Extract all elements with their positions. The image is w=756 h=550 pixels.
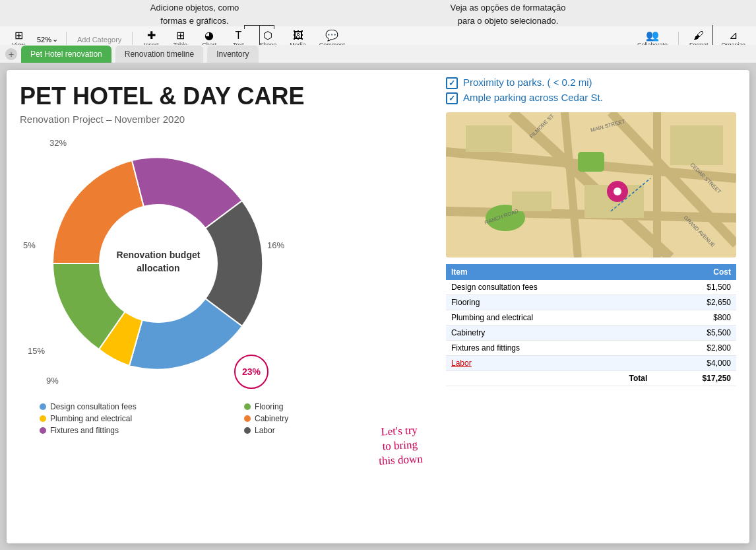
format-icon: 🖌 bbox=[693, 30, 704, 41]
zoom-control[interactable]: 52% ⌄ bbox=[34, 34, 61, 45]
legend-fixtures: Fixtures and fittings bbox=[40, 426, 224, 435]
slide-title: PET HOTEL & DAY CARE bbox=[20, 83, 429, 110]
table-row-labor: Labor $4,000 bbox=[446, 356, 736, 371]
col-cost: Cost bbox=[652, 264, 736, 280]
shape-icon: ⬡ bbox=[263, 30, 272, 41]
svg-rect-14 bbox=[512, 191, 551, 211]
table-row-total: Total $17,250 bbox=[446, 371, 736, 386]
organize-icon: ⊿ bbox=[729, 30, 738, 41]
right-section: ✓ Proximity to parks. ( < 0.2 mi) ✓ Ampl… bbox=[446, 77, 736, 537]
main-content: PET HOTEL & DAY CARE Renovation Project … bbox=[0, 63, 756, 550]
svg-rect-12 bbox=[466, 125, 512, 152]
donut-svg: Renovation budget allocation bbox=[33, 138, 284, 389]
legend-dot-labor bbox=[244, 427, 251, 434]
map-container: FILMORE ST. MAIN STREET CEDAR STREET RAN… bbox=[446, 112, 736, 258]
chart-section: PET HOTEL & DAY CARE Renovation Project … bbox=[20, 83, 429, 530]
donut-chart: 32% 5% 16% 15% 9% 23% bbox=[20, 138, 297, 395]
annotation-bring-down: Let's tryto bringthis down bbox=[377, 423, 424, 469]
annotation-right-text: Veja as opções de formataçãopara o objet… bbox=[422, 1, 594, 27]
add-tab-button[interactable]: + bbox=[5, 48, 17, 60]
svg-point-18 bbox=[614, 188, 621, 195]
svg-text:Renovation budget: Renovation budget bbox=[117, 250, 201, 260]
insert-icon: ✚ bbox=[147, 30, 156, 41]
table-icon: ⊞ bbox=[176, 30, 185, 41]
legend-dot-fixtures bbox=[40, 427, 46, 434]
legend-plumbing: Plumbing and electrical bbox=[40, 414, 224, 423]
legend-dot-plumbing bbox=[40, 415, 46, 422]
comment-icon: 💬 bbox=[325, 30, 338, 41]
text-icon: T bbox=[235, 30, 241, 41]
col-item: Item bbox=[446, 264, 652, 280]
table-row: Fixtures and fittings $2,800 bbox=[446, 341, 736, 356]
map-svg: FILMORE ST. MAIN STREET CEDAR STREET RAN… bbox=[446, 112, 736, 258]
table-row: Plumbing and electrical $800 bbox=[446, 310, 736, 326]
svg-text:allocation: allocation bbox=[137, 263, 179, 273]
add-category-btn[interactable]: Add Category bbox=[72, 36, 127, 44]
check-item-1: ✓ Proximity to parks. ( < 0.2 mi) bbox=[446, 77, 736, 89]
table-row: Cabinetry $5,500 bbox=[446, 326, 736, 341]
chart-icon: ◕ bbox=[205, 30, 214, 41]
table-row: Design consultation fees $1,500 bbox=[446, 280, 736, 295]
svg-rect-15 bbox=[670, 125, 723, 165]
slide-inner: PET HOTEL & DAY CARE Renovation Project … bbox=[7, 70, 749, 543]
budget-table: Item Cost Design consultation fees $1,50… bbox=[446, 264, 736, 386]
chart-legend: Design consultation fees Flooring Plumbi… bbox=[40, 402, 429, 435]
annot-bracket-left bbox=[244, 25, 274, 26]
tab-pet-hotel-renovation[interactable]: Pet Hotel renovation bbox=[21, 46, 111, 63]
tab-inventory[interactable]: Inventory bbox=[207, 46, 258, 63]
budget-table-container: Item Cost Design consultation fees $1,50… bbox=[446, 264, 736, 386]
checkbox-1[interactable]: ✓ bbox=[446, 77, 458, 89]
media-icon: 🖼 bbox=[293, 30, 303, 41]
legend-design: Design consultation fees bbox=[40, 402, 224, 411]
view-icon: ⊞ bbox=[15, 30, 23, 41]
legend-flooring: Flooring bbox=[244, 402, 429, 411]
slide-canvas: PET HOTEL & DAY CARE Renovation Project … bbox=[7, 70, 749, 543]
check-item-2: ✓ Ample parking across Cedar St. bbox=[446, 92, 736, 104]
legend-dot-cabinetry bbox=[244, 415, 251, 422]
table-row: Flooring $2,650 bbox=[446, 295, 736, 310]
legend-dot-flooring bbox=[244, 403, 251, 410]
tab-bar: + Pet Hotel renovation Renovation timeli… bbox=[0, 45, 756, 63]
tab-renovation-timeline[interactable]: Renovation timeline bbox=[115, 46, 203, 63]
collaborate-icon: 👥 bbox=[646, 30, 659, 41]
svg-rect-11 bbox=[578, 152, 604, 172]
legend-cabinetry: Cabinetry bbox=[244, 414, 429, 423]
legend-dot-design bbox=[40, 403, 46, 410]
slide-subtitle: Renovation Project – November 2020 bbox=[20, 114, 429, 125]
checklist: ✓ Proximity to parks. ( < 0.2 mi) ✓ Ampl… bbox=[446, 77, 736, 104]
annotation-left-text: Adicione objetos, comoformas e gráficos. bbox=[129, 1, 261, 27]
checkbox-2[interactable]: ✓ bbox=[446, 92, 458, 104]
